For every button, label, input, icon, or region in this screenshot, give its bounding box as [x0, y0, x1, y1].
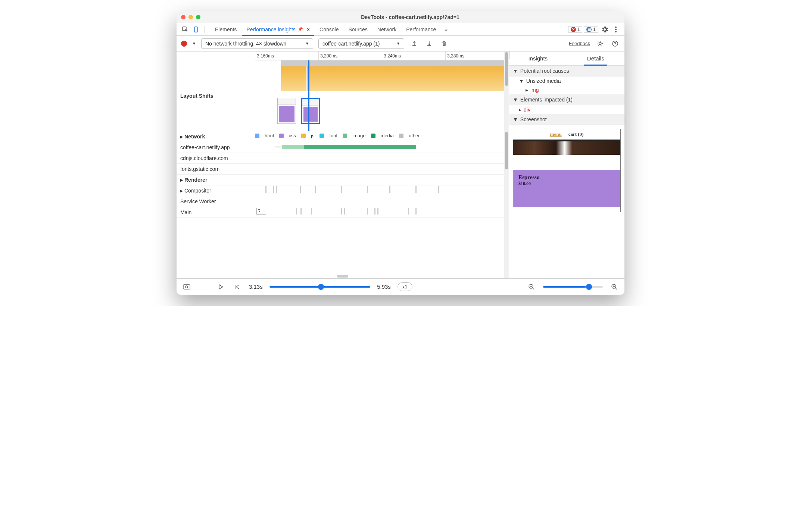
device-toolbar-icon[interactable] — [191, 25, 201, 34]
request-bar[interactable] — [304, 145, 416, 149]
tree-div-element[interactable]: ▸ div — [509, 105, 624, 114]
window-title: DevTools - coffee-cart.netlify.app/?ad=1 — [200, 14, 620, 20]
zoom-in-icon[interactable] — [610, 282, 619, 292]
service-worker-body[interactable] — [255, 196, 509, 204]
time-slider[interactable] — [269, 286, 370, 288]
zoom-window-button[interactable] — [196, 15, 200, 19]
section-screenshot[interactable]: ▼ Screenshot — [509, 114, 624, 125]
cls-overview-orange-2 — [306, 66, 509, 91]
main-task-block[interactable]: R... — [256, 208, 266, 215]
tree-img-element[interactable]: ▸ img — [509, 85, 624, 94]
section-root-causes[interactable]: ▼ Potential root causes — [509, 66, 624, 76]
track-label-main: Main — [177, 207, 255, 218]
network-host-row: coffee-cart.netlify.app — [177, 142, 509, 153]
speed-pill[interactable]: x1 — [398, 282, 412, 291]
delete-icon[interactable] — [439, 39, 449, 48]
layout-shifts-body[interactable] — [255, 60, 509, 131]
request-bar-light[interactable] — [282, 145, 304, 149]
legend-swatch-media — [371, 134, 375, 138]
svg-point-5 — [615, 31, 617, 32]
info-badge[interactable]: ▤ 1 — [584, 26, 598, 33]
more-tabs-icon[interactable]: » — [441, 25, 451, 34]
screenshot-product-price: $10.00 — [518, 181, 531, 186]
network-host-body[interactable] — [255, 153, 509, 163]
svg-rect-8 — [183, 285, 190, 289]
feedback-link[interactable]: Feedback — [569, 41, 590, 46]
preview-icon[interactable] — [182, 282, 191, 292]
network-host-label: cdnjs.cloudflare.com — [177, 153, 255, 163]
inspect-element-icon[interactable] — [180, 25, 190, 34]
section-elements-impacted[interactable]: ▼ Elements impacted (1) — [509, 94, 624, 105]
tab-details[interactable]: Details — [567, 51, 625, 65]
timeline-panel: 3,160ms 3,200ms 3,240ms 3,280ms Layout S… — [177, 51, 509, 278]
download-icon[interactable] — [424, 39, 434, 48]
throttle-select[interactable]: No network throttling, 4× slowdown ▼ — [201, 38, 313, 49]
devtools-window: DevTools - coffee-cart.netlify.app/?ad=1… — [177, 11, 624, 295]
zoom-slider[interactable] — [543, 286, 603, 288]
compositor-body[interactable] — [255, 185, 509, 194]
zoom-out-icon[interactable] — [527, 282, 536, 292]
svg-line-11 — [533, 288, 534, 290]
close-window-button[interactable] — [181, 15, 186, 19]
error-icon: ✕ — [571, 27, 576, 32]
horizontal-scroll-thumb[interactable] — [337, 275, 348, 278]
upload-icon[interactable] — [409, 39, 419, 48]
settings-icon[interactable] — [600, 25, 610, 34]
track-label-compositor[interactable]: ▸ Compositor — [177, 185, 255, 196]
ruler-tick: 3,160ms — [255, 51, 318, 60]
titlebar: DevTools - coffee-cart.netlify.app/?ad=1 — [177, 11, 624, 23]
skip-back-icon[interactable] — [233, 282, 242, 292]
time-end: 5.93s — [377, 284, 391, 290]
request-whisker — [275, 147, 282, 147]
play-icon[interactable] — [216, 282, 226, 292]
main-body[interactable]: R... — [255, 207, 509, 215]
minimize-window-button[interactable] — [188, 15, 193, 19]
layout-shift-thumbnail[interactable] — [277, 98, 296, 124]
ruler-tick: 3,280ms — [445, 51, 509, 60]
close-tab-icon[interactable]: × — [307, 26, 310, 32]
error-badge[interactable]: ✕ 1 — [568, 26, 583, 33]
tab-sources[interactable]: Sources — [344, 24, 372, 35]
network-host-body[interactable] — [255, 164, 509, 173]
record-button[interactable] — [181, 41, 187, 47]
recording-select[interactable]: coffee-cart.netlify.app (1) ▼ — [318, 38, 404, 49]
record-menu-caret[interactable]: ▼ — [192, 41, 196, 46]
svg-point-9 — [186, 286, 188, 288]
layout-shifts-track: Layout Shifts — [177, 60, 509, 131]
tree-unsized-media[interactable]: ▼ Unsized media — [509, 76, 624, 85]
details-panel: › Insights Details ▼ Potential root caus… — [509, 51, 624, 278]
tab-console[interactable]: Console — [315, 24, 343, 35]
legend-swatch-css — [279, 134, 284, 138]
chevron-down-icon: ▼ — [305, 41, 309, 46]
tracks-container[interactable]: Layout Shifts — [177, 60, 509, 278]
pin-icon: 📌 — [298, 27, 303, 32]
tab-insights[interactable]: Insights — [509, 51, 567, 65]
kebab-menu-icon[interactable] — [611, 25, 621, 34]
main-row: Main R... — [177, 207, 509, 218]
service-worker-row: Service Worker — [177, 196, 509, 207]
time-ruler[interactable]: 3,160ms 3,200ms 3,240ms 3,280ms — [255, 51, 509, 60]
network-host-label: fonts.gstatic.com — [177, 164, 255, 174]
ruler-tick: 3,200ms — [318, 51, 382, 60]
svg-point-6 — [599, 43, 601, 45]
screenshot-hero-image — [513, 141, 620, 155]
network-host-body[interactable] — [255, 142, 509, 152]
panel-settings-icon[interactable] — [595, 39, 605, 48]
legend-swatch-js — [301, 134, 306, 138]
tab-network[interactable]: Network — [373, 24, 401, 35]
playhead[interactable] — [308, 60, 309, 131]
tab-performance[interactable]: Performance — [402, 24, 440, 35]
screenshot-product-card: Espresso $10.00 — [513, 170, 620, 207]
network-legend: html css js font image media other — [255, 131, 509, 140]
tab-elements[interactable]: Elements — [211, 24, 241, 35]
help-icon[interactable] — [610, 39, 620, 48]
layout-shift-thumbnail-selected[interactable] — [301, 98, 320, 124]
tab-performance-insights[interactable]: Performance insights 📌 × — [242, 24, 314, 35]
svg-line-14 — [615, 288, 617, 290]
track-label-renderer[interactable]: ▸ Renderer — [177, 175, 255, 185]
track-label-network[interactable]: ▸ Network — [177, 131, 255, 142]
renderer-body[interactable] — [255, 175, 509, 184]
vertical-scrollbar[interactable] — [504, 51, 509, 278]
insights-toolbar: ▼ No network throttling, 4× slowdown ▼ c… — [177, 36, 624, 51]
screenshot-nav: menu cart (0) — [513, 129, 620, 140]
